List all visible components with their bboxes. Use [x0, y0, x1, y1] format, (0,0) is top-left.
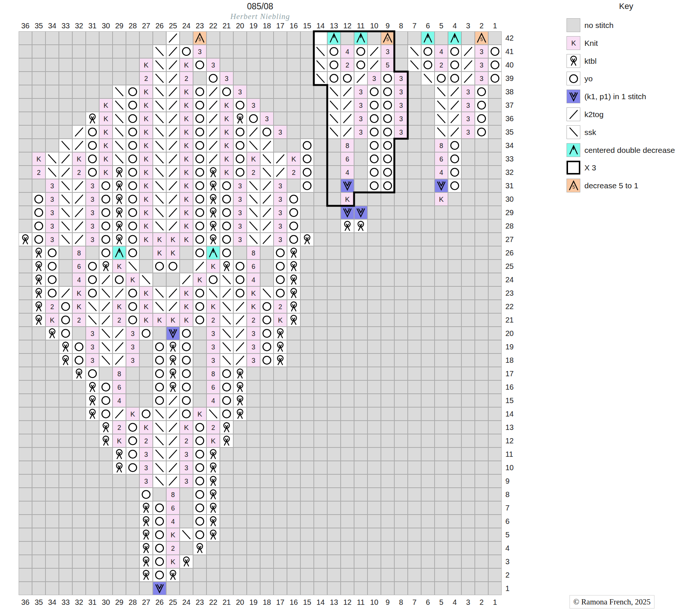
- col-label-bottom: 30: [99, 598, 113, 607]
- grid-cell: [448, 568, 461, 582]
- grid-cell: 6: [206, 380, 220, 394]
- grid-cell: [153, 85, 166, 98]
- col-label-bottom: 2: [475, 598, 488, 607]
- grid-cell: 3: [247, 98, 260, 112]
- grid-cell: [220, 434, 233, 447]
- grid-cell: [300, 219, 314, 233]
- grid-cell: [287, 233, 300, 246]
- grid-cell: [86, 286, 99, 300]
- grid-cell: [113, 206, 126, 219]
- grid-cell: [86, 85, 99, 98]
- grid-cell: [435, 327, 448, 340]
- svg-text:6: 6: [117, 384, 121, 391]
- grid-cell: [475, 528, 488, 541]
- grid-cell: [327, 273, 341, 286]
- grid-cell: [421, 98, 435, 112]
- svg-text:3: 3: [238, 236, 242, 243]
- grid-cell: [314, 286, 327, 300]
- grid-cell: 3: [367, 72, 381, 85]
- row-label: 38: [505, 88, 520, 96]
- svg-text:K: K: [50, 316, 55, 324]
- grid-cell: [260, 58, 274, 72]
- grid-cell: 3: [86, 327, 99, 340]
- grid-cell: [421, 246, 435, 260]
- grid-cell: [448, 166, 461, 179]
- grid-cell: K: [180, 286, 193, 300]
- col-label-bottom: 17: [274, 598, 287, 607]
- grid-cell: [448, 45, 461, 58]
- grid-cell: K: [153, 246, 166, 260]
- svg-text:K: K: [104, 155, 108, 163]
- grid-cell: [72, 421, 86, 434]
- grid-cell: [72, 541, 86, 555]
- grid-cell: [45, 394, 59, 407]
- row-label: 26: [505, 249, 520, 257]
- grid-cell: 3: [45, 192, 59, 206]
- grid-cell: [421, 85, 435, 98]
- grid-cell: [488, 45, 502, 58]
- svg-text:K: K: [144, 236, 149, 243]
- grid-cell: 4: [72, 273, 86, 286]
- svg-text:3: 3: [91, 236, 94, 243]
- grid-cell: [139, 273, 153, 286]
- grid-cell: [314, 85, 327, 98]
- grid-cell: [220, 501, 233, 515]
- grid-cell: [408, 139, 421, 152]
- svg-text:3: 3: [198, 48, 202, 56]
- svg-text:3: 3: [252, 102, 255, 109]
- grid-cell: [274, 461, 287, 474]
- grid-cell: [45, 421, 59, 434]
- grid-cell: [59, 353, 72, 367]
- grid-cell: [314, 474, 327, 488]
- grid-cell: [381, 246, 394, 260]
- grid-cell: [287, 31, 300, 45]
- grid-cell: [260, 286, 274, 300]
- key-label-kp: (k1, p1) in 1 stitch: [584, 89, 646, 103]
- grid-cell: [19, 555, 32, 568]
- grid-cell: [300, 313, 314, 327]
- grid-cell: [421, 125, 435, 139]
- grid-cell: [19, 246, 32, 260]
- grid-cell: [247, 501, 260, 515]
- grid-cell: [421, 555, 435, 568]
- grid-cell: [32, 125, 45, 139]
- grid-cell: [86, 31, 99, 45]
- grid-cell: [394, 421, 408, 434]
- grid-cell: [367, 246, 381, 260]
- grid-cell: [233, 313, 247, 327]
- grid-cell: [113, 233, 126, 246]
- grid-cell: 6: [247, 260, 260, 273]
- grid-cell: [166, 340, 180, 353]
- grid-cell: [408, 474, 421, 488]
- grid-cell: [233, 488, 247, 501]
- grid-cell: [260, 380, 274, 394]
- grid-cell: [260, 273, 274, 286]
- grid-cell: [314, 434, 327, 447]
- grid-cell: 3: [45, 206, 59, 219]
- grid-cell: [260, 246, 274, 260]
- grid-cell: [59, 528, 72, 541]
- grid-cell: [274, 166, 287, 179]
- grid-cell: [421, 139, 435, 152]
- svg-text:K: K: [144, 128, 149, 136]
- grid-cell: [314, 219, 327, 233]
- grid-cell: [475, 407, 488, 421]
- grid-cell: [381, 286, 394, 300]
- grid-cell: [448, 367, 461, 380]
- grid-cell: [475, 206, 488, 219]
- svg-text:K: K: [184, 303, 189, 311]
- grid-cell: 3: [233, 219, 247, 233]
- svg-text:3: 3: [399, 88, 403, 96]
- row-label: 39: [505, 74, 520, 83]
- grid-cell: [72, 31, 86, 45]
- grid-cell: [166, 206, 180, 219]
- grid-cell: [475, 380, 488, 394]
- grid-cell: [381, 139, 394, 152]
- grid-cell: [287, 474, 300, 488]
- grid-cell: 2: [72, 313, 86, 327]
- svg-text:2: 2: [184, 437, 188, 445]
- grid-cell: [300, 327, 314, 340]
- grid-cell: [435, 407, 448, 421]
- grid-cell: [367, 515, 381, 528]
- grid-cell: [86, 139, 99, 152]
